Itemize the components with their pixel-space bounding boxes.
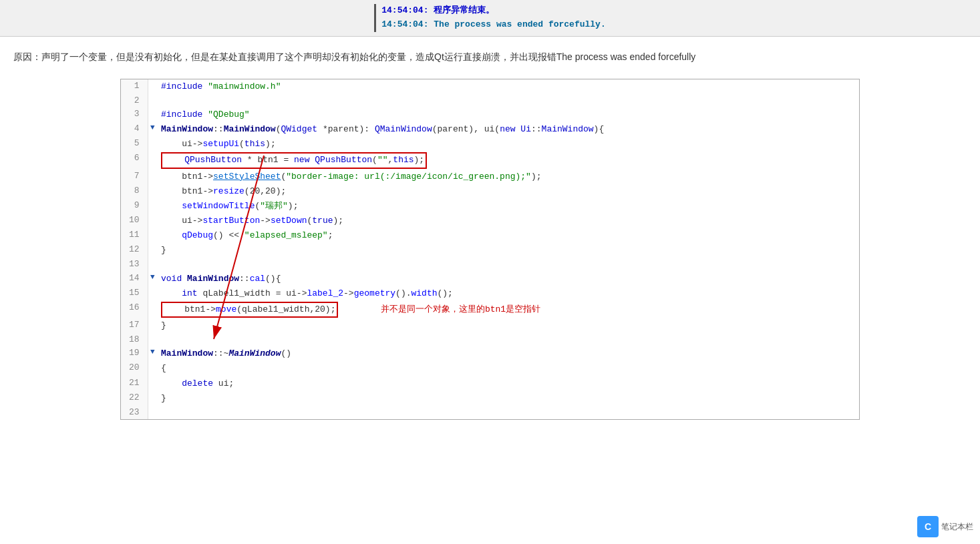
line-arrow-16 — [148, 301, 157, 318]
code-line-12: 12} — [121, 243, 859, 258]
line-arrow-11 — [148, 228, 157, 243]
line-arrow-13 — [148, 258, 157, 271]
line-code-21: delete ui; — [157, 376, 859, 391]
line-code-11: qDebug() << "elapsed_msleep"; — [157, 228, 859, 243]
line-number-1: 1 — [121, 79, 148, 94]
line-arrow-15 — [148, 286, 157, 301]
code-line-17: 17} — [121, 318, 859, 333]
line-arrow-8 — [148, 184, 157, 199]
line-number-23: 23 — [121, 406, 148, 419]
code-container: 1#include "mainwindow.h"23#include "QDeb… — [120, 79, 860, 420]
line-number-19: 19 — [121, 346, 148, 361]
line-arrow-19: ▼ — [148, 346, 157, 361]
line-arrow-17 — [148, 318, 157, 333]
line-arrow-22 — [148, 391, 157, 406]
code-line-19: 19▼MainWindow::~MainWindow() — [121, 346, 859, 361]
line-number-16: 16 — [121, 301, 148, 318]
line-number-10: 10 — [121, 214, 148, 228]
logo-icon: C — [917, 516, 939, 537]
terminal-output: 14:54:04: 程序异常结束。 14:54:04: The process … — [0, 0, 980, 37]
line-code-3: #include "QDebug" — [157, 107, 859, 122]
line-code-8: btn1->resize(20,20); — [157, 184, 859, 199]
line-number-22: 22 — [121, 391, 148, 406]
line-number-9: 9 — [121, 199, 148, 214]
code-line-23: 23 — [121, 406, 859, 419]
code-line-11: 11 qDebug() << "elapsed_msleep"; — [121, 228, 859, 243]
code-line-5: 5 ui->setupUi(this); — [121, 137, 859, 152]
line-number-14: 14 — [121, 272, 148, 286]
line-number-4: 4 — [121, 122, 148, 137]
code-line-3: 3#include "QDebug" — [121, 107, 859, 122]
line-code-18 — [157, 333, 859, 346]
line-code-10: ui->startButton->setDown(true); — [157, 214, 859, 228]
line-number-6: 6 — [121, 152, 148, 169]
code-line-15: 15 int qLabel1_width = ui->label_2->geom… — [121, 286, 859, 301]
line-arrow-1 — [148, 79, 157, 94]
line-arrow-23 — [148, 406, 157, 419]
terminal-line-1-cn: 程序异常结束。 — [434, 5, 494, 15]
line-arrow-20 — [148, 361, 157, 376]
line-number-3: 3 — [121, 107, 148, 122]
line-code-9: setWindowTitle("瑞邦"); — [157, 199, 859, 214]
line-code-7: btn1->setStyleSheet("border-image: url(:… — [157, 170, 859, 184]
line-code-16: btn1->move(qLabel1_width,20); 并不是同一个对象，这… — [157, 301, 859, 318]
line-number-15: 15 — [121, 286, 148, 301]
line-number-8: 8 — [121, 184, 148, 199]
line-number-2: 2 — [121, 94, 148, 107]
line-arrow-14: ▼ — [148, 272, 157, 286]
line-code-2 — [157, 94, 859, 107]
code-table: 1#include "mainwindow.h"23#include "QDeb… — [121, 79, 859, 419]
line-code-14: void MainWindow::cal(){ — [157, 272, 859, 286]
line-code-19: MainWindow::~MainWindow() — [157, 346, 859, 361]
line-arrow-6 — [148, 152, 157, 169]
line-number-5: 5 — [121, 137, 148, 152]
line-arrow-5 — [148, 137, 157, 152]
line-arrow-9 — [148, 199, 157, 214]
code-line-4: 4▼MainWindow::MainWindow(QWidget *parent… — [121, 122, 859, 137]
code-line-6: 6 QPushButton * btn1 = new QPushButton("… — [121, 152, 859, 169]
code-line-10: 10 ui->startButton->setDown(true); — [121, 214, 859, 228]
terminal-line-2-en: The process was ended forcefully. — [434, 19, 605, 29]
line-code-15: int qLabel1_width = ui->label_2->geometr… — [157, 286, 859, 301]
code-line-20: 20{ — [121, 361, 859, 376]
code-block-wrapper: 1#include "mainwindow.h"23#include "QDeb… — [0, 79, 980, 420]
line-arrow-12 — [148, 243, 157, 258]
terminal-line-1-time: 14:54:04: — [381, 5, 428, 15]
terminal-line-2-time: 14:54:04: — [381, 19, 428, 29]
line-code-17: } — [157, 318, 859, 333]
code-line-18: 18 — [121, 333, 859, 346]
line-code-5: ui->setupUi(this); — [157, 137, 859, 152]
line-number-12: 12 — [121, 243, 148, 258]
line-number-17: 17 — [121, 318, 148, 333]
line-code-13 — [157, 258, 859, 271]
explanation-text: 原因：声明了一个变量，但是没有初始化，但是在某处直接调用了这个声明却没有初始化的… — [0, 37, 935, 72]
line-code-22: } — [157, 391, 859, 406]
line-code-23 — [157, 406, 859, 419]
line-code-6: QPushButton * btn1 = new QPushButton("",… — [157, 152, 859, 169]
code-line-2: 2 — [121, 94, 859, 107]
code-line-9: 9 setWindowTitle("瑞邦"); — [121, 199, 859, 214]
line-number-18: 18 — [121, 333, 148, 346]
code-line-16: 16 btn1->move(qLabel1_width,20); 并不是同一个对… — [121, 301, 859, 318]
code-line-13: 13 — [121, 258, 859, 271]
line-code-12: } — [157, 243, 859, 258]
line-arrow-3 — [148, 107, 157, 122]
code-line-1: 1#include "mainwindow.h" — [121, 79, 859, 94]
line-arrow-2 — [148, 94, 157, 107]
line-code-20: { — [157, 361, 859, 376]
code-line-8: 8 btn1->resize(20,20); — [121, 184, 859, 199]
logo-text: 笔记本栏 — [941, 521, 973, 533]
line-arrow-10 — [148, 214, 157, 228]
code-line-22: 22} — [121, 391, 859, 406]
line-number-11: 11 — [121, 228, 148, 243]
line-code-1: #include "mainwindow.h" — [157, 79, 859, 94]
code-line-7: 7 btn1->setStyleSheet("border-image: url… — [121, 170, 859, 184]
line-number-13: 13 — [121, 258, 148, 271]
line-code-4: MainWindow::MainWindow(QWidget *parent):… — [157, 122, 859, 137]
line-number-20: 20 — [121, 361, 148, 376]
line-arrow-7 — [148, 170, 157, 184]
line-arrow-21 — [148, 376, 157, 391]
code-line-14: 14▼void MainWindow::cal(){ — [121, 272, 859, 286]
line-number-7: 7 — [121, 170, 148, 184]
logo-area: C 笔记本栏 — [917, 516, 973, 537]
